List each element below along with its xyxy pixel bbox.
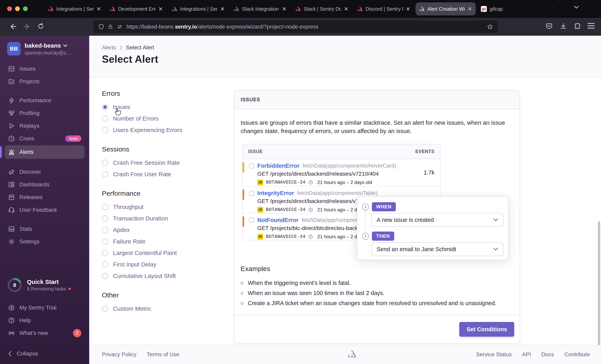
new-tab-button[interactable]: + <box>557 4 561 12</box>
sidebar-item-stats[interactable]: Stats <box>5 223 84 235</box>
row-checkbox[interactable] <box>249 191 254 196</box>
tab-close-icon[interactable]: ✕ <box>282 6 287 12</box>
tab-integrations-1[interactable]: Integrations | Sentry ✕ <box>44 2 105 15</box>
when-condition-select[interactable]: A new issue is created <box>371 213 503 227</box>
org-name[interactable]: baked-beans <box>25 42 61 49</box>
tab-integrations-2[interactable]: Integrations | Sentry ✕ <box>168 2 228 15</box>
tab-alert-creation-wizard-active[interactable]: Alert Creation Wizar ✕ <box>415 2 476 15</box>
downloads-icon[interactable] <box>560 23 567 30</box>
url-bar[interactable]: https://baked-beans.sentry.io/alerts/nod… <box>94 21 498 33</box>
breadcrumb-alerts-link[interactable]: Alerts <box>102 44 116 51</box>
bookmark-star-icon[interactable] <box>487 24 493 30</box>
docs-link[interactable]: Docs <box>541 351 554 358</box>
tab-close-icon[interactable]: ✕ <box>541 5 546 11</box>
tab-gifcap[interactable]: gc gifcap <box>477 2 545 15</box>
scrollbar-thumb[interactable] <box>598 221 600 362</box>
tab-close-icon[interactable]: ✕ <box>344 6 349 12</box>
tab-slack-docs[interactable]: Slack | Sentry Docu ✕ <box>292 2 352 15</box>
org-avatar[interactable]: BB <box>7 42 21 56</box>
tab-close-icon[interactable]: ✕ <box>406 6 410 12</box>
close-window-button[interactable] <box>7 6 12 11</box>
sidebar-item-releases[interactable]: Releases <box>5 191 84 203</box>
radio-option-first-input-delay[interactable]: First Input Delay <box>102 261 221 268</box>
tab-discord-docs[interactable]: Discord | Sentry Do ✕ <box>354 2 414 15</box>
sidebar-item-projects[interactable]: Projects <box>5 76 84 87</box>
radio-option-largest-contentful-paint[interactable]: Largest Contentful Paint <box>102 250 221 256</box>
radio[interactable] <box>102 250 108 256</box>
radio-option-crash-free-session-rate[interactable]: Crash Free Session Rate <box>102 159 221 166</box>
radio[interactable] <box>102 160 108 166</box>
radio[interactable] <box>102 215 108 222</box>
sidebar-item-crons[interactable]: Crons beta <box>5 133 84 144</box>
radio[interactable] <box>102 273 108 279</box>
tab-development-environment[interactable]: Development Enviro ✕ <box>106 2 167 15</box>
url-text[interactable]: https://baked-beans.sentry.io/alerts/nod… <box>126 24 483 30</box>
sidebar-item-user-feedback[interactable]: User Feedback <box>5 204 84 216</box>
radio[interactable] <box>102 305 108 312</box>
quick-start-panel[interactable]: 8 Quick Start 8 Remaining tasks <box>0 278 89 293</box>
tab-close-icon[interactable]: ✕ <box>220 6 225 12</box>
issue-title-link[interactable]: ForbiddenError <box>257 162 300 169</box>
privacy-policy-link[interactable]: Privacy Policy <box>102 351 136 358</box>
sidebar-item-help[interactable]: Help <box>5 314 84 327</box>
minimize-window-button[interactable] <box>15 6 20 11</box>
sidebar-item-whats-new[interactable]: What's new 2 <box>5 327 84 339</box>
radio[interactable] <box>102 171 108 177</box>
sidebar-item-performance[interactable]: Performance <box>5 95 84 106</box>
sidebar-item-settings[interactable]: Settings <box>5 236 84 248</box>
radio[interactable] <box>102 127 108 133</box>
sidebar-item-profiling[interactable]: Profiling <box>5 107 84 119</box>
then-action-select[interactable]: Send an email to Jane Schmidt <box>371 242 503 256</box>
sidebar-item-alerts[interactable]: Alerts <box>5 145 84 159</box>
group-heading: Other <box>102 291 221 299</box>
tracking-protection-shield-icon[interactable] <box>98 24 104 30</box>
org-switcher[interactable]: BB baked-beans spencer.murray@s… <box>0 36 89 60</box>
api-link[interactable]: API <box>522 351 531 358</box>
radio[interactable] <box>102 238 108 245</box>
row-checkbox[interactable] <box>249 163 254 169</box>
radio-option-failure-rate[interactable]: Failure Rate <box>102 238 221 245</box>
terms-of-use-link[interactable]: Terms of Use <box>147 351 179 358</box>
permissions-icon[interactable] <box>117 24 123 30</box>
menu-hamburger-icon[interactable] <box>588 23 595 29</box>
contribute-link[interactable]: Contribute <box>564 351 590 358</box>
radio-option-transaction-duration[interactable]: Transaction Duration <box>102 215 221 222</box>
row-checkbox[interactable] <box>249 218 254 223</box>
pocket-icon[interactable] <box>545 23 553 30</box>
radio-selected[interactable] <box>102 104 108 110</box>
sidebar-item-replays[interactable]: Replays <box>5 120 84 132</box>
sidebar-collapse-button[interactable]: Collapse <box>5 345 84 362</box>
radio-option-custom-metric[interactable]: Custom Metric <box>102 305 221 312</box>
radio[interactable] <box>102 115 108 122</box>
tab-close-icon[interactable]: ✕ <box>97 6 101 12</box>
sidebar-item-dashboards[interactable]: Dashboards <box>5 179 84 191</box>
radio-option-crash-free-user-rate[interactable]: Crash Free User Rate <box>102 171 221 178</box>
tab-slack-integration[interactable]: Slack Integration | S ✕ <box>230 2 290 15</box>
service-status-link[interactable]: Service Status <box>476 351 512 358</box>
radio-option-apdex[interactable]: Apdex <box>102 227 221 233</box>
issue-title-link[interactable]: NotFoundError <box>257 217 299 223</box>
sidebar-item-issues[interactable]: Issues <box>5 63 84 75</box>
browser-toolbar: https://baked-beans.sentry.io/alerts/nod… <box>0 18 601 36</box>
tab-close-icon[interactable]: ✕ <box>468 6 472 12</box>
radio-option-cumulative-layout-shift[interactable]: Cumulative Layout Shift <box>102 273 221 279</box>
set-conditions-button[interactable]: Set Conditions <box>459 322 514 337</box>
reload-icon[interactable] <box>37 23 44 30</box>
zoom-window-button[interactable] <box>23 6 28 11</box>
window-controls[interactable] <box>7 6 28 11</box>
table-row[interactable]: ForbiddenError fetchData(app/components/… <box>243 159 440 186</box>
radio[interactable] <box>102 227 108 233</box>
list-all-tabs-icon[interactable] <box>574 6 579 9</box>
issue-title-link[interactable]: IntegrityError <box>257 190 294 196</box>
lock-icon[interactable] <box>108 24 113 30</box>
sidebar-item-discover[interactable]: Discover <box>5 166 84 178</box>
radio-option-users-experiencing-errors[interactable]: Users Experiencing Errors <box>102 127 221 133</box>
sidebar-item-my-sentry-trial[interactable]: My Sentry Trial <box>5 301 84 314</box>
back-icon[interactable] <box>9 23 17 30</box>
forward-icon[interactable] <box>23 23 31 30</box>
radio[interactable] <box>102 204 108 210</box>
radio-option-throughput[interactable]: Throughput <box>102 204 221 210</box>
extensions-puzzle-icon[interactable] <box>574 23 581 30</box>
radio[interactable] <box>102 261 108 268</box>
tab-close-icon[interactable]: ✕ <box>158 6 163 12</box>
